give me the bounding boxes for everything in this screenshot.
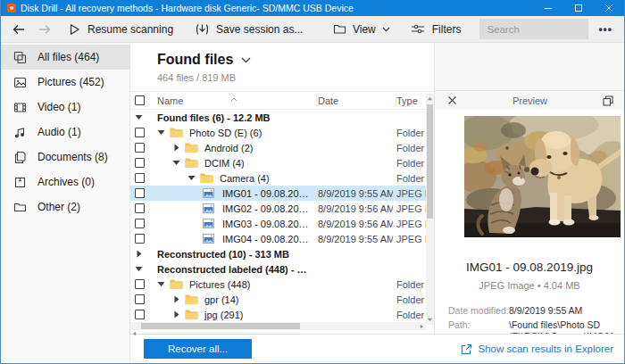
row-checkbox[interactable] xyxy=(135,158,145,168)
maximize-button[interactable] xyxy=(563,0,594,16)
vertical-scroll-thumb[interactable] xyxy=(427,104,433,219)
search-input[interactable] xyxy=(479,19,588,39)
folder-icon xyxy=(170,127,183,138)
sidebar-item-archives[interactable]: Archives (0) xyxy=(1,170,129,194)
row-date: 8/9/2019 9:56 AM xyxy=(311,203,393,214)
sidebar-item-pictures[interactable]: Pictures (452) xyxy=(1,70,129,95)
column-type[interactable]: Type xyxy=(393,95,426,106)
sidebar-item-all-files[interactable]: All files (464) xyxy=(1,45,129,70)
table-row[interactable]: IMG01 - 09.08.2019.jpg8/9/2019 9:55 AMJP… xyxy=(130,186,434,201)
row-checkbox[interactable] xyxy=(135,173,145,183)
sidebar: All files (464)Pictures (452)Video (1)Au… xyxy=(1,43,130,363)
view-label: View xyxy=(353,23,376,36)
sidebar-item-label: Pictures (452) xyxy=(38,76,104,88)
horizontal-scrollbar[interactable] xyxy=(130,322,426,330)
row-checkbox[interactable] xyxy=(135,310,145,319)
table-header: Name Date Type xyxy=(130,91,434,110)
horizontal-scroll-thumb[interactable] xyxy=(141,323,300,329)
minimize-button[interactable] xyxy=(533,0,563,16)
resume-scanning-button[interactable]: Resume scanning xyxy=(69,23,173,36)
archives-icon xyxy=(13,176,27,189)
found-files-dropdown[interactable]: Found files xyxy=(157,52,434,68)
save-session-button[interactable]: Save session as... xyxy=(196,23,303,36)
row-type: JPEG Image xyxy=(393,188,426,199)
image-file-icon xyxy=(203,219,216,228)
expander-collapsed-icon[interactable] xyxy=(172,295,185,303)
sidebar-item-documents[interactable]: Documents (8) xyxy=(1,145,129,170)
more-options-button[interactable]: ••• xyxy=(598,23,612,36)
expander-collapsed-icon[interactable] xyxy=(172,310,185,318)
scroll-up-icon[interactable] xyxy=(427,96,433,101)
table-row[interactable]: Found files (6) - 12.2 MB xyxy=(130,110,434,125)
close-button[interactable] xyxy=(594,0,624,16)
row-label: Camera (4) xyxy=(220,173,270,184)
expander-expanded-icon[interactable] xyxy=(172,159,185,167)
scroll-right-icon[interactable] xyxy=(420,324,424,329)
popout-preview-icon[interactable] xyxy=(603,95,613,106)
close-preview-icon[interactable] xyxy=(447,95,457,105)
back-arrow-icon[interactable] xyxy=(12,23,26,36)
footer-bar: Recover all... Show scan results in Expl… xyxy=(130,334,624,363)
play-icon xyxy=(69,23,80,36)
sidebar-item-video[interactable]: Video (1) xyxy=(1,95,129,120)
preview-image[interactable] xyxy=(464,116,621,237)
select-all-checkbox[interactable] xyxy=(135,95,145,105)
table-row[interactable]: DCIM (4)Folder xyxy=(130,155,434,170)
row-checkbox[interactable] xyxy=(135,143,145,153)
expander-collapsed-icon[interactable] xyxy=(172,144,185,152)
expander-expanded-icon[interactable] xyxy=(157,128,170,136)
row-checkbox[interactable] xyxy=(135,188,145,198)
expander-expanded-icon[interactable] xyxy=(135,265,147,273)
scroll-down-icon[interactable] xyxy=(427,318,433,322)
window-controls xyxy=(533,0,624,16)
row-type: Folder xyxy=(393,128,426,138)
row-checkbox[interactable] xyxy=(135,234,145,244)
image-file-icon xyxy=(203,188,216,198)
table-row[interactable]: Reconstructed (10) - 313 MB xyxy=(130,246,434,261)
row-checkbox[interactable] xyxy=(135,279,145,289)
column-date[interactable]: Date xyxy=(311,95,393,106)
image-file-icon xyxy=(203,203,216,213)
row-checkbox[interactable] xyxy=(135,219,145,228)
expander-expanded-icon[interactable] xyxy=(135,113,147,121)
row-checkbox[interactable] xyxy=(135,128,145,137)
expander-collapsed-icon[interactable] xyxy=(135,250,147,258)
table-row[interactable]: IMG03 - 09.08.2019.jpg8/9/2019 9:56 AMJP… xyxy=(130,216,434,231)
row-type: Folder xyxy=(393,279,426,290)
table-row[interactable]: jpg (291)Folder xyxy=(130,307,434,322)
view-button[interactable]: View xyxy=(333,23,390,36)
save-session-icon xyxy=(196,23,209,36)
table-row[interactable]: IMG04 - 09.08.2019.jpg8/9/2019 9:55 AMJP… xyxy=(130,231,434,246)
chevron-down-icon xyxy=(241,57,251,63)
expander-expanded-icon[interactable] xyxy=(188,174,200,182)
filters-button[interactable]: Filters xyxy=(411,23,462,36)
date-modified-label: Date modified: xyxy=(448,305,509,317)
sidebar-item-other[interactable]: Other (2) xyxy=(1,194,129,219)
table-row[interactable]: Camera (4)Folder xyxy=(130,170,434,186)
folder-icon xyxy=(200,172,213,184)
forward-arrow-icon[interactable] xyxy=(38,23,52,36)
folder-icon xyxy=(185,157,198,169)
table-row[interactable]: Photo SD (E) (6)Folder xyxy=(130,125,434,140)
expander-expanded-icon[interactable] xyxy=(157,280,170,288)
recover-all-button[interactable]: Recover all... xyxy=(144,339,252,359)
show-in-explorer-link[interactable]: Show scan results in Explorer xyxy=(461,343,613,355)
preview-fileinfo: JPEG Image • 4.04 MB xyxy=(435,280,624,291)
maximize-icon xyxy=(574,4,583,12)
resume-scanning-label: Resume scanning xyxy=(88,23,173,36)
row-checkbox[interactable] xyxy=(135,294,145,304)
table-row[interactable]: Pictures (448)Folder xyxy=(130,277,434,292)
date-modified-value: 8/9/2019 9:55 AM xyxy=(509,305,617,317)
table-row[interactable]: IMG02 - 09.08.2019.jpg8/9/2019 9:56 AMJP… xyxy=(130,201,434,216)
save-session-label: Save session as... xyxy=(216,23,303,36)
preview-header: Preview xyxy=(435,90,624,110)
row-date: 8/9/2019 9:55 AM xyxy=(311,234,393,244)
row-checkbox[interactable] xyxy=(135,203,145,213)
table-row[interactable]: gpr (14)Folder xyxy=(130,292,434,307)
sidebar-item-audio[interactable]: Audio (1) xyxy=(1,120,129,145)
folder-outline-icon xyxy=(333,23,346,35)
scroll-left-icon[interactable] xyxy=(132,324,137,340)
table-row[interactable]: Reconstructed labeled (448) - 493 MB xyxy=(130,261,434,277)
vertical-scrollbar[interactable] xyxy=(426,94,434,325)
table-row[interactable]: Android (2)Folder xyxy=(130,140,434,155)
